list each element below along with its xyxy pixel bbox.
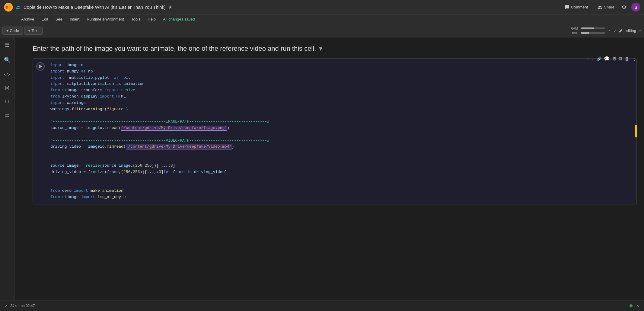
delete-cell-icon[interactable]: 🗑 <box>625 56 630 62</box>
code-cell: import imageio import numpy as np import… <box>33 58 637 204</box>
sidebar-list-icon[interactable]: ☰ <box>3 111 11 122</box>
edit-status: ✓ editing <box>614 28 642 33</box>
link-icon[interactable]: 🔗 <box>596 56 601 61</box>
menu-insert[interactable]: Insert <box>67 16 83 23</box>
move-down-icon[interactable]: ↓ <box>591 56 594 62</box>
main: ☰ 🔍 </> {x} □ ☰ Enter the path of the im… <box>0 37 644 311</box>
content-area: Enter the path of the image you want to … <box>14 37 644 311</box>
avatar[interactable]: S <box>631 3 640 12</box>
share-button[interactable]: Share <box>595 4 617 11</box>
status-time: 34 s <box>10 304 17 308</box>
disk-bar <box>581 32 605 34</box>
status-ran: ran 02:47 <box>20 304 35 308</box>
sidebar-menu-icon[interactable]: ☰ <box>3 40 11 50</box>
menu-help[interactable]: Help <box>145 16 159 23</box>
menubar: Archive Edit See Insert Runtime environm… <box>0 14 644 24</box>
sidebar-search-icon[interactable]: 🔍 <box>2 55 12 65</box>
comment-button[interactable]: Comment <box>562 4 590 11</box>
play-icon <box>39 65 42 68</box>
all-changes-saved: All changes saved <box>160 16 198 23</box>
sidebar-code-icon[interactable]: </> <box>2 70 12 79</box>
toolbar-left: + Code + Text <box>2 27 569 35</box>
doc-title: Copia de How to Make a Deepfake With AI … <box>16 4 562 10</box>
add-text-button[interactable]: + Text <box>24 27 43 35</box>
drive-icon <box>16 5 21 10</box>
move-up-icon[interactable]: ↑ <box>587 56 589 62</box>
run-btn-area <box>33 59 48 204</box>
doc-title-text: Copia de How to Make a Deepfake With AI … <box>24 5 166 10</box>
close-status-icon[interactable]: ✕ <box>636 304 639 308</box>
expand-icon[interactable] <box>638 29 642 33</box>
status-check-icon: ✓ <box>5 304 8 308</box>
menu-runtime[interactable]: Runtime environment <box>84 16 127 23</box>
svg-point-3 <box>8 6 9 8</box>
cell-collapse-button[interactable]: ▾ <box>319 43 322 53</box>
status-bar: ✓ 34 s ran 02:47 ✕ <box>0 300 644 311</box>
comment-cell-icon[interactable]: 💬 <box>604 56 610 62</box>
toolbar: + Code + Text RAM Disk ✓ editing <box>0 24 644 37</box>
text-cell: Enter the path of the image you want to … <box>14 37 644 58</box>
settings-icon[interactable]: ⚙ <box>622 4 626 11</box>
sidebar-files-icon[interactable]: □ <box>4 97 11 107</box>
ram-disk-display: RAM Disk <box>571 27 605 35</box>
code-cell-container: ↑ ↓ 🔗 💬 ⚙ ⧉ 🗑 ⋮ import imageio import nu… <box>33 58 637 204</box>
left-sidebar: ☰ 🔍 </> {x} □ ☰ <box>0 37 14 311</box>
settings-cell-icon[interactable]: ⚙ <box>612 56 617 62</box>
toolbar-right: RAM Disk ✓ editing <box>571 27 642 35</box>
run-button[interactable] <box>36 62 45 71</box>
add-code-button[interactable]: + Code <box>2 27 23 35</box>
menu-tools[interactable]: Tools <box>128 16 143 23</box>
status-left: ✓ 34 s ran 02:47 <box>5 304 35 308</box>
code-editor[interactable]: import imageio import numpy as np import… <box>48 59 636 204</box>
connected-dot <box>630 304 633 307</box>
share-icon <box>598 5 602 10</box>
chevron-down-icon[interactable] <box>607 29 611 33</box>
menu-see[interactable]: See <box>53 16 65 23</box>
topbar-right: Comment Share ⚙ S <box>562 3 640 12</box>
pencil-icon <box>619 29 623 33</box>
more-icon[interactable]: ⋮ <box>632 56 637 62</box>
status-right: ✕ <box>630 304 639 308</box>
text-cell-content: Enter the path of the image you want to … <box>33 43 626 53</box>
ram-bar <box>581 27 605 29</box>
menu-archive[interactable]: Archive <box>18 16 37 23</box>
menu-edit[interactable]: Edit <box>38 16 51 23</box>
cell-toolbar: ↑ ↓ 🔗 💬 ⚙ ⧉ 🗑 ⋮ <box>587 56 637 62</box>
colab-logo <box>4 2 13 12</box>
star-icon[interactable]: ★ <box>168 4 172 10</box>
sidebar-variables-icon[interactable]: {x} <box>3 84 11 92</box>
topbar: Copia de How to Make a Deepfake With AI … <box>0 0 644 14</box>
copy-cell-icon[interactable]: ⧉ <box>619 56 622 62</box>
yellow-scroll-bar <box>635 125 637 137</box>
comment-icon <box>565 5 569 10</box>
